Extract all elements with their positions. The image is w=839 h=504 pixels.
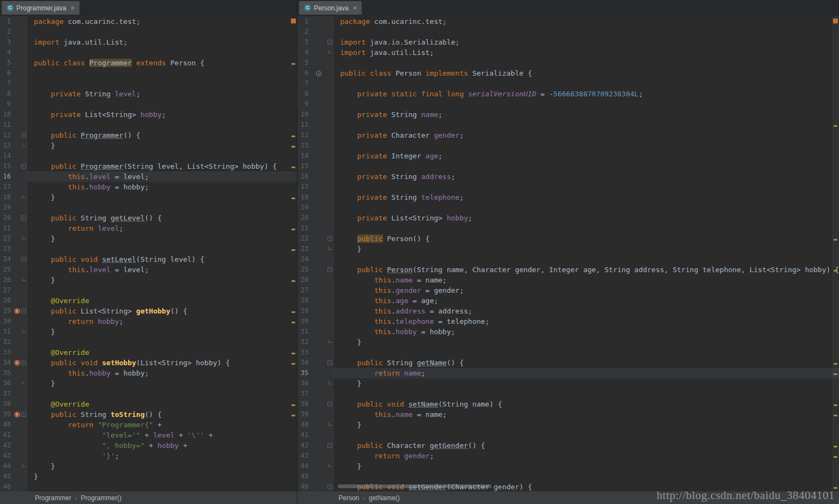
horizontal-scrollbar-thumb[interactable]	[338, 484, 491, 488]
code-line[interactable]: 9	[297, 99, 839, 109]
code-line[interactable]: 21	[297, 223, 839, 233]
line-number[interactable]: 28	[297, 296, 311, 306]
code-line[interactable]: 15	[297, 161, 839, 171]
code-text[interactable]: }	[27, 461, 297, 471]
line-number[interactable]: 14	[0, 151, 13, 161]
line-number[interactable]: 35	[297, 368, 311, 378]
line-number[interactable]: 17	[0, 182, 13, 192]
line-number[interactable]: 37	[297, 389, 311, 399]
code-line[interactable]: 6	[0, 68, 297, 78]
fold-collapse-icon[interactable]: -	[327, 267, 332, 272]
fold-end-icon[interactable]	[329, 340, 332, 343]
line-number[interactable]: 35	[0, 368, 13, 378]
code-line[interactable]: 18 }	[0, 192, 297, 202]
line-number[interactable]: 10	[297, 109, 311, 120]
fold-end-icon[interactable]	[329, 422, 332, 426]
code-line[interactable]: 40 return "Programmer{" +	[0, 420, 297, 430]
line-number[interactable]: 9	[0, 99, 13, 109]
code-text[interactable]: '}';	[27, 451, 297, 461]
code-line[interactable]: 17 this.hobby = hobby;	[0, 182, 297, 192]
code-text[interactable]: this.level = level;	[27, 265, 297, 275]
code-text[interactable]: package com.ucarinc.test;	[333, 16, 839, 27]
line-number[interactable]: 40	[297, 420, 311, 430]
fold-collapse-icon[interactable]: -	[21, 309, 26, 314]
fold-end-icon[interactable]	[22, 464, 26, 467]
stripe-warning-mark[interactable]	[834, 456, 837, 458]
code-line[interactable]: 40 }	[297, 420, 839, 430]
code-line[interactable]: 33	[297, 347, 839, 358]
line-number[interactable]: 14	[297, 151, 311, 161]
code-line[interactable]: 20 private List<String> hobby;	[297, 213, 839, 223]
code-text[interactable]: }	[27, 192, 297, 202]
line-number[interactable]: 32	[297, 337, 311, 347]
line-number[interactable]: 15	[297, 161, 311, 171]
code-line[interactable]: 34- public String getName() {	[297, 358, 839, 368]
code-line[interactable]: 23 }	[297, 244, 839, 254]
code-line[interactable]: 28 this.age = age;	[297, 296, 839, 306]
fold-end-icon[interactable]	[22, 195, 26, 198]
code-text[interactable]: public String getName() {	[333, 358, 839, 368]
line-number[interactable]: 24	[0, 254, 13, 265]
line-number[interactable]: 34	[297, 358, 311, 368]
stripe-warning-mark[interactable]	[291, 136, 295, 137]
code-line[interactable]: 42- public Character getGender() {	[297, 440, 839, 451]
code-line[interactable]: 19	[0, 202, 297, 213]
code-line[interactable]: 27	[0, 285, 297, 296]
code-line[interactable]: 45	[297, 471, 839, 482]
code-line[interactable]: 12- public Programmer() {	[0, 130, 297, 140]
code-text[interactable]	[333, 471, 839, 482]
line-number[interactable]: 1	[297, 16, 311, 27]
line-number[interactable]: 45	[0, 471, 13, 482]
code-line[interactable]: 8 private static final long serialVersio…	[297, 89, 839, 99]
code-line[interactable]: 17	[297, 182, 839, 192]
code-line[interactable]: 5public class Programmer extends Person …	[0, 58, 297, 68]
code-line[interactable]: 31 }	[0, 327, 297, 337]
line-number[interactable]: 39	[297, 409, 311, 420]
line-number[interactable]: 36	[297, 378, 311, 389]
line-number[interactable]: 39	[0, 409, 13, 420]
stripe-warning-mark[interactable]	[291, 249, 295, 251]
fold-collapse-icon[interactable]: -	[327, 236, 332, 241]
line-number[interactable]: 8	[297, 89, 311, 99]
code-text[interactable]: }	[333, 378, 839, 389]
code-text[interactable]: public class Programmer extends Person {	[27, 58, 297, 68]
stripe-warning-mark[interactable]	[834, 125, 837, 127]
code-text[interactable]: }	[333, 420, 839, 430]
line-number[interactable]: 30	[297, 316, 311, 327]
line-number[interactable]: 19	[0, 202, 13, 213]
code-text[interactable]	[333, 182, 839, 192]
line-number[interactable]: 26	[0, 275, 13, 285]
code-text[interactable]: public void setHobby(List<String> hobby)…	[27, 358, 297, 368]
code-line[interactable]: 3import java.util.List;	[0, 37, 297, 47]
code-line[interactable]: 39 this.name = name;	[297, 409, 839, 420]
code-text[interactable]: private String level;	[27, 89, 297, 99]
code-editor-person[interactable]: 1package com.ucarinc.test;23-import java…	[297, 15, 839, 491]
code-text[interactable]	[333, 140, 839, 151]
code-line[interactable]: 31 this.hobby = hobby;	[297, 327, 839, 337]
code-text[interactable]	[27, 285, 297, 296]
fold-collapse-icon[interactable]: -	[21, 257, 26, 262]
line-number[interactable]: 11	[0, 120, 13, 130]
line-number[interactable]: 5	[297, 58, 311, 68]
code-text[interactable]: }	[333, 461, 839, 471]
code-line[interactable]: 14 private Integer age;	[297, 151, 839, 161]
line-number[interactable]: 4	[0, 47, 13, 58]
code-line[interactable]: 27 this.gender = gender;	[297, 285, 839, 296]
stripe-warning-mark[interactable]	[291, 311, 295, 313]
code-text[interactable]: public String getLevel() {	[27, 213, 297, 223]
line-number[interactable]: 18	[297, 192, 311, 202]
code-text[interactable]: public class Person implements Serializa…	[333, 68, 839, 78]
stripe-warning-mark[interactable]	[834, 270, 837, 272]
code-line[interactable]: 35 return name;	[297, 368, 839, 378]
stripe-warning-mark[interactable]	[291, 198, 295, 199]
line-number[interactable]: 45	[297, 471, 311, 482]
fold-collapse-icon[interactable]: -	[327, 402, 332, 407]
code-line[interactable]: 34↑- public void setHobby(List<String> h…	[0, 358, 297, 368]
line-number[interactable]: 19	[297, 202, 311, 213]
code-line[interactable]: 26 }	[0, 275, 297, 285]
code-line[interactable]: 32	[0, 337, 297, 347]
fold-collapse-icon[interactable]: -	[21, 133, 26, 138]
code-text[interactable]	[333, 223, 839, 233]
code-line[interactable]: 44 }	[0, 461, 297, 471]
code-text[interactable]: public Programmer(String level, List<Str…	[27, 161, 297, 171]
